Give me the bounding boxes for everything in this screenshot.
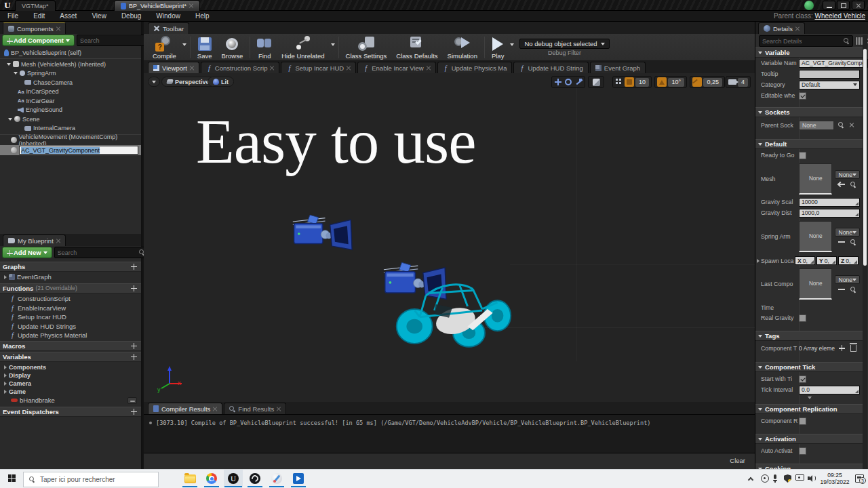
component-row-incargear[interactable]: Aa InCarGear: [0, 96, 141, 105]
rotation-snap-toggle[interactable]: [657, 77, 667, 87]
tray-defender-icon[interactable]: [784, 474, 791, 483]
source-control-icon[interactable]: [804, 1, 814, 10]
tab-event-graph[interactable]: Event Graph: [590, 62, 646, 73]
close-icon[interactable]: [190, 66, 194, 70]
camera-speed-value[interactable]: 4: [738, 78, 748, 87]
component-row-internalcamera[interactable]: InternalCamera: [0, 124, 141, 133]
section-macros[interactable]: Macros: [0, 341, 141, 351]
expander-icon[interactable]: [8, 118, 12, 121]
mesh-dropdown[interactable]: None: [835, 170, 860, 179]
class-settings-button[interactable]: Class Settings: [341, 35, 392, 60]
component-row-incarspeed[interactable]: Aa InCarSpeed: [0, 87, 141, 96]
search-icon[interactable]: [838, 122, 844, 128]
details-search[interactable]: [759, 35, 853, 47]
use-selected-icon[interactable]: [838, 239, 845, 245]
simulation-button[interactable]: Simulation: [443, 35, 482, 60]
menu-window[interactable]: Window: [149, 12, 188, 20]
hide-unrelated-button[interactable]: Hide Unrelated: [277, 35, 329, 60]
tab-details[interactable]: Details: [758, 22, 805, 34]
tab-enable-incar-view[interactable]: f Enable Incar View: [357, 62, 435, 73]
tray-display-icon[interactable]: [795, 474, 804, 481]
section-variables[interactable]: Variables: [0, 352, 141, 362]
section-event-dispatchers[interactable]: Event Dispatchers: [0, 407, 141, 417]
category-default[interactable]: Default: [755, 139, 863, 149]
tray-mic-icon[interactable]: [773, 474, 777, 483]
expander-icon[interactable]: [4, 382, 7, 386]
find-button[interactable]: Find: [252, 35, 277, 60]
tray-volume-icon[interactable]: [808, 474, 816, 482]
close-icon[interactable]: [795, 26, 800, 30]
spawn-y-field[interactable]: Y0,: [816, 256, 837, 265]
details-search-input[interactable]: [762, 38, 842, 45]
taskbar-movies[interactable]: [289, 470, 308, 487]
rotation-snap-value[interactable]: 10°: [668, 78, 684, 87]
scale-snap-value[interactable]: 0,25: [703, 78, 722, 87]
tooltip-field[interactable]: [799, 70, 860, 79]
vehicle-mesh[interactable]: [389, 268, 515, 348]
menu-help[interactable]: Help: [188, 12, 217, 20]
row-eventgraph[interactable]: EventGraph: [0, 272, 141, 281]
minimize-button[interactable]: [823, 1, 835, 9]
perspective-button[interactable]: Perspective: [161, 77, 215, 87]
camera-gizmo-1[interactable]: [292, 214, 353, 260]
tray-expand-icon[interactable]: [749, 476, 754, 482]
add-function-icon[interactable]: [131, 285, 137, 291]
menu-view[interactable]: View: [84, 12, 114, 20]
expander-icon[interactable]: [4, 390, 7, 394]
use-selected-icon[interactable]: [838, 182, 845, 187]
component-row-gravity[interactable]: AC_VGT_GravityComponent: [0, 145, 141, 155]
start-button[interactable]: [3, 470, 22, 487]
category-variable[interactable]: Variable: [755, 47, 863, 58]
lit-button[interactable]: Lit: [208, 77, 234, 87]
menu-edit[interactable]: Edit: [26, 12, 52, 20]
compile-button[interactable]: ? Compile: [148, 35, 181, 60]
add-new-button[interactable]: Add New: [2, 247, 52, 258]
tab-setup-incar-hud[interactable]: f Setup Incar HUD: [281, 62, 356, 73]
details-scrollbar-thumb[interactable]: [863, 49, 867, 266]
close-icon[interactable]: [56, 239, 60, 243]
section-graphs[interactable]: Graphs: [0, 262, 141, 272]
expander-icon[interactable]: [14, 72, 18, 75]
menu-debug[interactable]: Debug: [114, 12, 149, 20]
category-dropdown[interactable]: Default: [799, 81, 860, 89]
rotate-tool-icon[interactable]: [565, 79, 572, 85]
spring-arm-thumbnail[interactable]: None: [799, 221, 832, 252]
row-enableincarview[interactable]: f EnableIncarView: [0, 304, 141, 312]
trash-icon[interactable]: [850, 345, 856, 352]
add-graph-icon[interactable]: [131, 264, 137, 270]
tab-find-results[interactable]: Find Results: [224, 403, 286, 414]
parent-socket-field[interactable]: None: [799, 121, 834, 130]
component-row-scene[interactable]: Scene: [0, 115, 141, 123]
expander-icon[interactable]: [7, 63, 11, 66]
taskbar-explorer[interactable]: [180, 470, 199, 487]
mesh-thumbnail[interactable]: None: [799, 163, 832, 195]
tray-obs-icon[interactable]: [761, 474, 769, 483]
taskbar-search[interactable]: Taper ici pour rechercher: [23, 472, 159, 487]
add-macro-icon[interactable]: [131, 343, 137, 349]
tab-myblueprint[interactable]: My Blueprint: [3, 235, 66, 246]
varcat-game[interactable]: Game: [0, 387, 141, 396]
world-space-icon[interactable]: [593, 79, 600, 86]
tick-interval-field[interactable]: 0.0: [799, 386, 860, 394]
component-row-self[interactable]: BP_VehicleBlueprint (self): [0, 48, 141, 57]
component-rename-field[interactable]: AC_VGT_GravityComponent: [19, 146, 138, 155]
taskbar-chrome[interactable]: [202, 470, 221, 487]
category-component-tick[interactable]: Component Tick: [755, 362, 863, 372]
component-row-chasecamera[interactable]: ChaseCamera: [0, 78, 141, 87]
snap-grid-icon[interactable]: [615, 78, 623, 86]
tab-viewport[interactable]: Viewport: [148, 62, 199, 73]
expand-advanced-button[interactable]: [796, 396, 823, 401]
row-updatehudstrings[interactable]: f Update HUD Strings: [0, 322, 141, 331]
hide-unrelated-options[interactable]: [330, 29, 336, 60]
ready-to-go-checkbox[interactable]: [799, 152, 806, 159]
tab-components[interactable]: Components: [3, 22, 66, 34]
menu-file[interactable]: File: [0, 12, 26, 20]
expander-icon[interactable]: [4, 275, 7, 279]
compiler-log[interactable]: [3073.10] Compile of BP_VehicleBlueprint…: [144, 414, 755, 453]
real-gravity-checkbox[interactable]: [799, 314, 806, 322]
grid-snap-value[interactable]: 10: [635, 78, 649, 87]
component-row-mesh[interactable]: Mesh (VehicleMesh) (Inherited): [0, 60, 141, 68]
add-tag-icon[interactable]: [839, 345, 845, 351]
component-replicates-checkbox[interactable]: [799, 418, 806, 425]
scale-snap-toggle[interactable]: [692, 77, 702, 87]
